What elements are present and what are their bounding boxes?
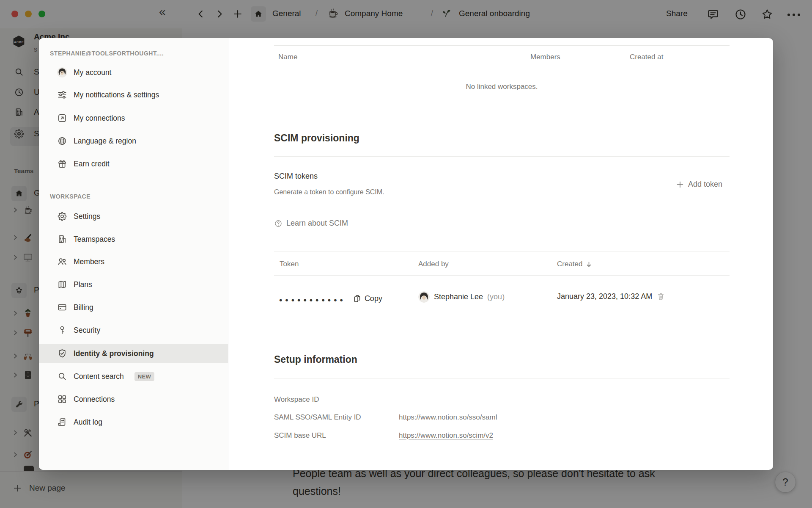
- settings-item-billing[interactable]: Billing: [39, 298, 228, 317]
- settings-item-members[interactable]: Members: [39, 252, 228, 271]
- column-header-members: Members: [530, 53, 560, 61]
- settings-item-identity-provisioning[interactable]: Identity & provisioning: [39, 344, 228, 363]
- settings-content: Name Members Created at No linked worksp…: [274, 38, 730, 470]
- token-mask: •••••••••••: [279, 293, 346, 304]
- token-added-by-cell: Stephanie Lee (you): [418, 291, 505, 303]
- sort-desc-icon: [585, 261, 593, 268]
- new-badge: NEW: [134, 372, 155, 381]
- credit-card-icon: [57, 302, 67, 312]
- scim-tokens-description: Generate a token to configure SCIM.: [274, 188, 384, 196]
- setup-label-scim-base-url: SCIM base URL: [274, 431, 326, 440]
- token-created-cell: January 23, 2023, 10:32 AM: [557, 292, 665, 301]
- question-circle-icon: [274, 219, 283, 228]
- column-header-name: Name: [278, 53, 297, 61]
- table-border: [274, 275, 730, 276]
- people-icon: [57, 257, 67, 267]
- added-by-note: (you): [487, 293, 505, 301]
- gear-icon: [57, 211, 67, 221]
- arrow-square-icon: [57, 113, 67, 123]
- section-title-setup: Setup information: [274, 354, 357, 365]
- empty-state-text: No linked workspaces.: [274, 83, 730, 91]
- section-title-scim: SCIM provisioning: [274, 133, 359, 144]
- settings-item-settings[interactable]: Settings: [39, 207, 228, 226]
- account-section-header: STEPHANIE@TOOLSFORTHOUGHT....: [50, 50, 164, 57]
- table-border: [274, 251, 730, 251]
- token-row: ••••••••••• Copy: [279, 292, 382, 305]
- settings-item-content-search[interactable]: Content search NEW: [39, 367, 228, 386]
- column-header-added-by: Added by: [418, 260, 449, 268]
- settings-item-teamspaces[interactable]: Teamspaces: [39, 229, 228, 249]
- scim-tokens-title: SCIM tokens: [274, 172, 318, 181]
- settings-sidebar: STEPHANIE@TOOLSFORTHOUGHT.... My account…: [39, 38, 228, 470]
- settings-item-audit-log[interactable]: Audit log: [39, 412, 228, 432]
- settings-modal: STEPHANIE@TOOLSFORTHOUGHT.... My account…: [39, 38, 773, 470]
- add-token-button[interactable]: Add token: [676, 180, 722, 189]
- settings-item-notifications[interactable]: My notifications & settings: [39, 85, 228, 105]
- grid-icon: [57, 394, 67, 404]
- workspace-section-header: WORKSPACE: [50, 193, 91, 200]
- copy-token-button[interactable]: Copy: [353, 294, 382, 303]
- gift-icon: [57, 159, 67, 169]
- column-header-token: Token: [280, 260, 299, 268]
- settings-item-connections[interactable]: Connections: [39, 389, 228, 409]
- setup-label-saml: SAML SSO/SAML Entity ID: [274, 413, 361, 422]
- plus-icon: [676, 180, 684, 189]
- sliders-icon: [57, 90, 67, 100]
- settings-item-language-region[interactable]: Language & region: [39, 131, 228, 151]
- trash-icon[interactable]: [656, 292, 665, 301]
- divider: [274, 156, 730, 157]
- building-icon: [57, 234, 67, 244]
- search-icon: [57, 371, 67, 381]
- column-header-created[interactable]: Created: [557, 260, 593, 268]
- column-header-created-at: Created at: [630, 53, 663, 61]
- table-border: [274, 45, 730, 46]
- globe-icon: [57, 136, 67, 146]
- created-date: January 23, 2023, 10:32 AM: [557, 292, 652, 301]
- settings-item-my-connections[interactable]: My connections: [39, 108, 228, 128]
- map-icon: [57, 279, 67, 290]
- notion-window: ACME Acme Inc s S U A S Teams G: [0, 0, 812, 508]
- setup-label-workspace-id: Workspace ID: [274, 395, 319, 404]
- key-icon: [57, 325, 67, 335]
- settings-item-plans[interactable]: Plans: [39, 275, 228, 294]
- copy-icon: [353, 294, 362, 303]
- added-by-name: Stephanie Lee: [434, 293, 483, 301]
- shield-check-icon: [57, 348, 67, 359]
- avatar: [418, 291, 430, 303]
- avatar: [57, 67, 67, 77]
- scim-url-link[interactable]: https://www.notion.so/scim/v2: [399, 431, 493, 440]
- settings-item-security[interactable]: Security: [39, 320, 228, 340]
- saml-url-link[interactable]: https://www.notion.so/sso/saml: [399, 413, 497, 422]
- scroll-icon: [57, 417, 67, 427]
- divider: [274, 378, 730, 378]
- table-border: [274, 68, 730, 68]
- settings-item-earn-credit[interactable]: Earn credit: [39, 154, 228, 174]
- learn-about-scim-link[interactable]: Learn about SCIM: [274, 219, 348, 228]
- settings-item-my-account[interactable]: My account: [39, 63, 228, 82]
